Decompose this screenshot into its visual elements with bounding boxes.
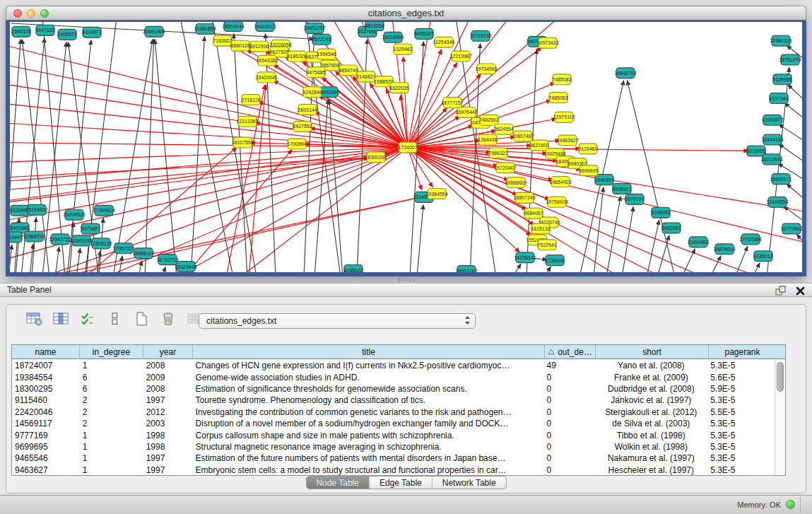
network-node-label: 20691406 xyxy=(143,29,165,34)
column-header-label: year xyxy=(160,347,176,357)
float-panel-icon[interactable] xyxy=(774,285,787,296)
cell-name: 19384554 xyxy=(12,373,80,382)
tab-edge-table[interactable]: Edge Table xyxy=(370,477,433,489)
network-node-label: 18107554 xyxy=(231,140,253,145)
table-row[interactable]: 1830029562008Estimation of significance … xyxy=(12,383,775,395)
network-edge xyxy=(249,85,266,272)
cell-in_degree: 1 xyxy=(80,465,143,475)
network-node-label: 8854749 xyxy=(339,68,358,73)
cell-in_degree: 2 xyxy=(80,419,143,428)
cell-pagerank: 5.9E-5 xyxy=(707,384,775,394)
network-node-label: 19756928 xyxy=(546,199,567,204)
column-header-label: out_de… xyxy=(558,347,592,357)
cell-out_degree: 0 xyxy=(544,442,595,452)
table-row[interactable]: 1938455462009Genome-wide association stu… xyxy=(12,371,775,382)
cell-short: Franke et al. (2009) xyxy=(594,373,707,382)
network-node-label: 8962057 xyxy=(661,226,681,230)
cell-title: Genome-wide association studies in ADHD. xyxy=(193,373,544,382)
tab-network-table[interactable]: Network Table xyxy=(433,477,506,489)
network-node-label: 8322035 xyxy=(389,86,408,90)
cell-year: 1997 xyxy=(143,465,193,475)
network-node-label: 1590376 xyxy=(11,29,30,34)
cell-short: Wolkin et al. (1998) xyxy=(594,442,707,452)
table-row[interactable]: 1456911722003Disruption of a novel membe… xyxy=(12,418,775,429)
new-column-button[interactable] xyxy=(132,312,151,329)
network-node-label: 10688609 xyxy=(505,180,526,185)
network-node-label: 8186328 xyxy=(287,54,306,59)
table-row[interactable]: 2242004622012Investigating the contribut… xyxy=(12,407,775,418)
cell-short: Dudbridge et al. (2008) xyxy=(594,384,707,394)
cell-short: Yano et al. (2008) xyxy=(594,361,707,370)
network-node-label: 7986322 xyxy=(488,151,507,156)
cell-year: 2009 xyxy=(143,373,193,382)
status-bar-divider xyxy=(800,497,801,513)
network-node-label: 1325462 xyxy=(393,47,412,52)
scrollbar-thumb[interactable] xyxy=(777,362,784,392)
close-panel-icon[interactable] xyxy=(794,285,806,296)
network-canvas[interactable]: 1724007159037696471202405572830467220691… xyxy=(10,22,802,272)
cell-pagerank: 5.3E-5 xyxy=(707,419,775,428)
delete-column-button[interactable] xyxy=(159,312,177,329)
network-node-label: 1364436 xyxy=(478,137,497,142)
column-header-title[interactable]: title xyxy=(193,345,545,358)
network-edge xyxy=(76,248,81,272)
column-display-button[interactable] xyxy=(52,312,70,329)
table-row[interactable]: 911546021997Tourette syndrome. Phenomeno… xyxy=(12,395,775,406)
table-type-tabs: Node TableEdge TableNetwork Table xyxy=(305,476,506,489)
resize-grip[interactable] xyxy=(399,279,414,281)
table-row[interactable]: 977716911998Corpus callosum shape and si… xyxy=(12,429,775,440)
cell-title: Tourette syndrome. Phenomenology and cla… xyxy=(193,395,544,405)
cell-out_degree: 0 xyxy=(544,431,595,440)
network-edge xyxy=(408,22,431,147)
network-node-label: 7485063 xyxy=(548,95,567,100)
panel-divider[interactable] xyxy=(0,276,812,283)
vertical-scrollbar[interactable] xyxy=(775,360,785,475)
network-node-label: 18807249 xyxy=(513,195,535,200)
table-row[interactable]: 946362711997Embryonic stem cells: a mode… xyxy=(12,465,775,476)
network-node-label: 17957224 xyxy=(112,246,134,251)
table-row[interactable]: 1872400712008Changes of HCN gene express… xyxy=(12,360,775,371)
column-header-label: title xyxy=(362,347,375,357)
cell-title: Estimation of the future numbers of pati… xyxy=(193,453,544,463)
row-height-button[interactable] xyxy=(105,312,124,329)
table-row[interactable]: 946554611997Estimation of the future num… xyxy=(12,452,775,464)
network-node-label: 9245052 xyxy=(651,210,670,215)
network-node-label: 12505135 xyxy=(90,241,112,246)
column-header-in_degree[interactable]: in_degree xyxy=(80,345,143,358)
cell-in_degree: 2 xyxy=(80,395,143,405)
network-window: citations_edges.txt 17240071590376964712… xyxy=(6,6,806,276)
network-node-label: 9146821 xyxy=(356,74,375,79)
network-node-label: 15692971 xyxy=(770,177,792,182)
column-header-short[interactable]: short xyxy=(596,345,709,358)
table-panel: Table Panel f(x) citations_edges.txt xyxy=(0,283,812,514)
column-header-name[interactable]: name xyxy=(12,345,80,358)
column-header-year[interactable]: year xyxy=(143,345,193,358)
cell-out_degree: 0 xyxy=(544,373,595,382)
tab-node-table[interactable]: Node Table xyxy=(306,477,370,489)
window-titlebar[interactable]: citations_edges.txt xyxy=(6,6,806,21)
table-row[interactable]: 969969511998Structural magnetic resonanc… xyxy=(12,441,775,452)
cell-name: 9699695 xyxy=(12,442,80,452)
network-edge xyxy=(163,267,165,272)
network-node-label: 15194632 xyxy=(25,207,47,212)
network-node-label: 10361854 xyxy=(194,27,216,32)
table-mode-button[interactable] xyxy=(25,312,43,329)
network-edge xyxy=(657,235,669,272)
delete-column-icon xyxy=(161,312,175,329)
column-header-pagerank[interactable]: pagerank xyxy=(709,345,776,358)
selected-rows-button[interactable] xyxy=(78,312,97,329)
column-header-out_degree[interactable]: out_de… xyxy=(545,345,596,358)
table-select-dropdown[interactable]: citations_edges.txt xyxy=(199,313,476,329)
network-node-label: 2803144 xyxy=(298,107,317,112)
network-node-label: 15720407 xyxy=(494,165,516,170)
network-node-label: 16210643 xyxy=(760,157,782,162)
network-view[interactable]: 1724007159037696471202405572830467220691… xyxy=(6,21,806,276)
network-node-label: 16773562 xyxy=(780,226,802,231)
cell-pagerank: 5.3E-5 xyxy=(707,453,775,463)
network-edge xyxy=(788,85,802,107)
cell-title: Investigating the contribution of common… xyxy=(193,407,544,417)
network-node-label: 10924503 xyxy=(687,240,709,245)
network-node-label: 2405572 xyxy=(57,32,76,37)
network-node-label: 1724007 xyxy=(398,145,417,150)
network-node-label: 12093872 xyxy=(761,117,783,122)
